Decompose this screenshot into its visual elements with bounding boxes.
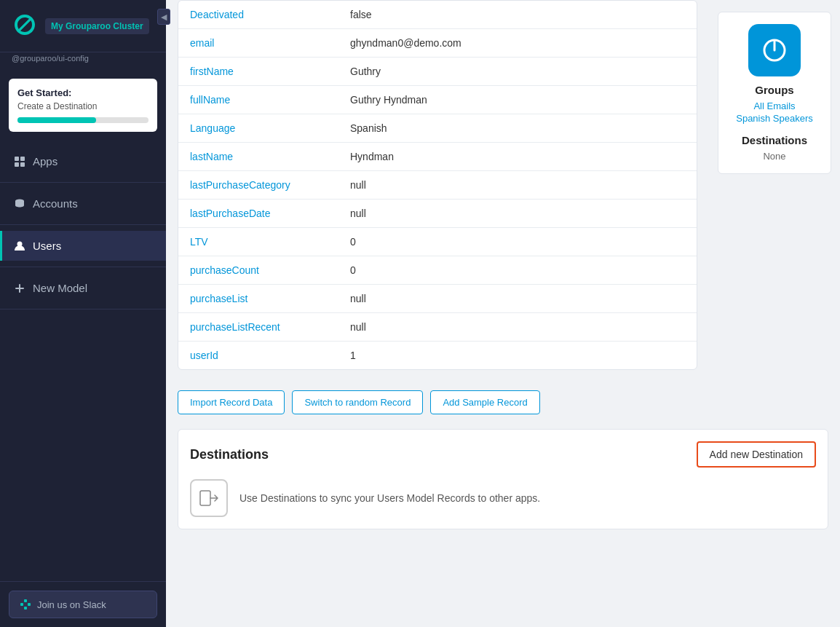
power-icon <box>758 34 791 66</box>
cluster-sub: @grouparoo/ui-config <box>0 52 166 70</box>
switch-random-button[interactable]: Switch to random Record <box>292 390 423 414</box>
record-value: 0 <box>338 256 697 285</box>
table-row: fullNameGuthry Hyndman <box>178 86 697 114</box>
record-key[interactable]: fullName <box>178 86 338 114</box>
record-value: Hyndman <box>338 143 697 171</box>
sidebar-header: My Grouparoo Cluster <box>0 0 166 52</box>
table-row: lastNameHyndman <box>178 143 697 171</box>
record-key[interactable]: Language <box>178 114 338 143</box>
logo-icon <box>12 12 38 40</box>
import-record-button[interactable]: Import Record Data <box>178 390 285 414</box>
table-row: purchaseCount0 <box>178 256 697 285</box>
record-key[interactable]: lastName <box>178 143 338 171</box>
record-value: null <box>338 200 697 228</box>
table-row: purchaseListRecentnull <box>178 313 697 342</box>
slack-icon <box>20 599 31 610</box>
center-panel: Deactivatedfalseemailghyndman0@demo.comf… <box>166 0 709 429</box>
destination-icon <box>197 486 221 510</box>
right-panel: Groups All Emails Spanish Speakers Desti… <box>709 0 840 429</box>
svg-rect-7 <box>28 603 31 606</box>
record-value: 0 <box>338 228 697 256</box>
record-key[interactable]: purchaseList <box>178 285 338 313</box>
progress-bar-fill <box>17 117 96 123</box>
sidebar-divider-2 <box>0 224 166 225</box>
sidebar-item-users-label: Users <box>33 240 61 252</box>
record-key[interactable]: LTV <box>178 228 338 256</box>
main-content: Deactivatedfalseemailghyndman0@demo.comf… <box>166 0 840 627</box>
add-sample-button[interactable]: Add Sample Record <box>430 390 539 414</box>
destinations-section: Destinations None <box>730 134 819 162</box>
record-key[interactable]: firstName <box>178 58 338 86</box>
svg-rect-9 <box>24 607 27 610</box>
record-key[interactable]: lastPurchaseDate <box>178 200 338 228</box>
record-value: null <box>338 285 697 313</box>
table-row: userId1 <box>178 342 697 370</box>
add-destination-button[interactable]: Add new Destination <box>697 441 816 468</box>
record-table: Deactivatedfalseemailghyndman0@demo.comf… <box>178 0 697 370</box>
table-row: Deactivatedfalse <box>178 1 697 29</box>
svg-rect-1 <box>20 157 25 161</box>
sidebar-item-users[interactable]: Users <box>0 231 166 261</box>
groups-title: Groups <box>730 84 819 96</box>
sidebar-item-apps[interactable]: Apps <box>0 146 166 176</box>
spanish-speakers-link[interactable]: Spanish Speakers <box>730 113 819 124</box>
record-key[interactable]: userId <box>178 342 338 370</box>
user-icon <box>14 240 25 252</box>
record-value: Spanish <box>338 114 697 143</box>
sidebar-divider-3 <box>0 267 166 267</box>
record-key[interactable]: Deactivated <box>178 1 338 29</box>
record-key[interactable]: purchaseCount <box>178 256 338 285</box>
record-value: Guthry Hyndman <box>338 86 697 114</box>
cluster-name: My Grouparoo Cluster <box>45 18 149 34</box>
grid-icon <box>14 156 25 167</box>
slack-button-label: Join us on Slack <box>37 599 106 610</box>
sidebar-item-new-model-label: New Model <box>33 282 87 294</box>
table-row: lastPurchaseDatenull <box>178 200 697 228</box>
get-started-title: Get Started: <box>17 87 148 98</box>
destination-icon-wrap <box>190 479 228 517</box>
sidebar-collapse-button[interactable]: ◀ <box>157 9 170 25</box>
sidebar-footer: Join us on Slack <box>0 581 166 627</box>
svg-rect-3 <box>20 162 25 167</box>
record-value: false <box>338 1 697 29</box>
record-value: ghyndman0@demo.com <box>338 29 697 58</box>
sidebar: My Grouparoo Cluster @grouparoo/ui-confi… <box>0 0 166 627</box>
destinations-section-title: Destinations <box>190 447 269 462</box>
sidebar-divider-4 <box>0 309 166 309</box>
slack-button[interactable]: Join us on Slack <box>9 591 157 618</box>
progress-bar-background <box>17 117 148 123</box>
sidebar-item-new-model[interactable]: New Model <box>0 273 166 303</box>
get-started-box: Get Started: Create a Destination <box>9 79 157 132</box>
record-key[interactable]: lastPurchaseCategory <box>178 171 338 200</box>
sidebar-item-apps-label: Apps <box>33 155 58 167</box>
database-icon <box>14 198 25 210</box>
record-value: null <box>338 313 697 342</box>
table-row: emailghyndman0@demo.com <box>178 29 697 58</box>
record-key[interactable]: purchaseListRecent <box>178 313 338 342</box>
get-started-subtitle: Create a Destination <box>17 101 148 111</box>
table-row: firstNameGuthry <box>178 58 697 86</box>
plus-icon <box>14 283 25 294</box>
all-emails-link[interactable]: All Emails <box>730 100 819 111</box>
destinations-header: Destinations Add new Destination <box>190 441 816 468</box>
record-key[interactable]: email <box>178 29 338 58</box>
table-row: lastPurchaseCategorynull <box>178 171 697 200</box>
destinations-bottom: Destinations Add new Destination Use Des… <box>178 429 828 529</box>
svg-rect-0 <box>15 157 19 161</box>
action-buttons: Import Record Data Switch to random Reco… <box>178 382 697 417</box>
power-icon-wrap <box>748 24 801 76</box>
sidebar-item-accounts-label: Accounts <box>33 197 78 210</box>
svg-rect-6 <box>20 603 23 606</box>
destinations-info-text: Use Destinations to sync your Users Mode… <box>239 492 540 504</box>
destinations-none: None <box>730 151 819 162</box>
svg-rect-8 <box>24 599 27 602</box>
table-row: LanguageSpanish <box>178 114 697 143</box>
sidebar-item-accounts[interactable]: Accounts <box>0 189 166 218</box>
svg-rect-12 <box>200 491 210 505</box>
record-value: null <box>338 171 697 200</box>
record-value: Guthry <box>338 58 697 86</box>
record-value: 1 <box>338 342 697 370</box>
destinations-info: Use Destinations to sync your Users Mode… <box>190 479 816 517</box>
table-row: purchaseListnull <box>178 285 697 313</box>
svg-rect-2 <box>15 162 19 167</box>
